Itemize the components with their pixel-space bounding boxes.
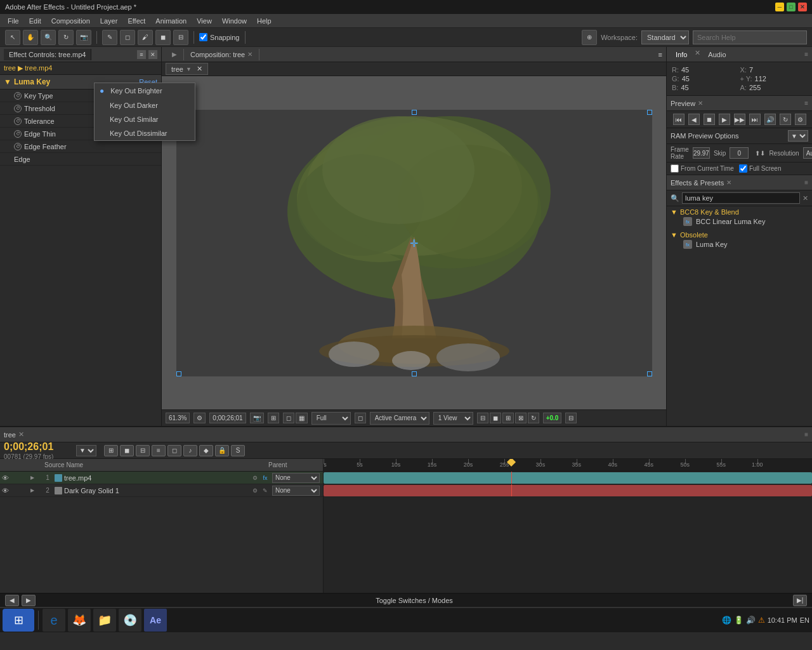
timeline-menu-btn[interactable]: ≡ [804,431,808,438]
layer-2-parent-select[interactable]: None [272,486,320,496]
prop-stopwatch-tolerance[interactable]: ⏱ [14,117,22,125]
preview-close[interactable]: ✕ [698,100,703,107]
view-icon4[interactable]: ⊠ [515,413,527,423]
preview-menu[interactable]: ≡ [804,100,808,107]
fullscreen-checkbox[interactable] [739,164,747,173]
view-mode-select[interactable]: Full Half Quarter [311,412,351,425]
ram-preview-select[interactable]: ▼ [788,130,808,142]
layer-1-lock[interactable] [20,472,30,484]
dropdown-item-dissimilar[interactable]: Key Out Dissimilar [95,126,195,140]
menu-window[interactable]: Window [217,16,252,26]
skip-input[interactable] [730,147,749,159]
handle-bottom-right[interactable] [647,371,652,376]
comp-name-tab[interactable]: tree ▼ ✕ [166,63,208,75]
tool-pen[interactable]: ✎ [102,30,117,45]
view-icon2[interactable]: ◼ [490,413,501,423]
layer-1-fx-icon[interactable]: fx [261,474,270,482]
layer-2-visibility[interactable]: 👁 [0,484,10,497]
tool-select[interactable]: ↖ [5,30,20,45]
view-icon1[interactable]: ⊟ [477,413,488,423]
draft-btn[interactable]: ◻ [167,445,181,456]
next-frame-button[interactable]: ▶▶ [734,114,745,125]
layer-2-switch-icon[interactable]: ⚙ [251,486,259,495]
tool-camera[interactable]: 📷 [76,30,91,45]
pre-comp-btn[interactable]: ◼ [120,445,134,456]
effects-search-input[interactable] [682,192,800,204]
comp-region-btn[interactable]: ▦ [296,413,308,423]
maximize-button[interactable]: □ [787,3,796,11]
tool-misc1[interactable]: ⊕ [582,30,597,45]
handle-top-right[interactable] [647,110,652,115]
menu-effect[interactable]: Effect [122,16,150,26]
transparency-btn[interactable]: ◻ [283,413,294,423]
layer-1-expand[interactable]: ▶ [30,475,41,481]
prop-stopwatch-edge-feather[interactable]: ⏱ [14,143,22,150]
search-help-input[interactable] [693,30,807,44]
taskbar-ae[interactable]: Ae [144,609,167,632]
tool-mask[interactable]: ◻ [120,30,135,45]
workspace-select[interactable]: Standard [641,30,689,44]
handle-bottom-left[interactable] [176,371,181,376]
taskbar-media[interactable]: 💿 [119,609,141,632]
menu-help[interactable]: Help [252,16,277,26]
tab-audio[interactable]: Audio [703,49,731,60]
play-button[interactable]: ▶ [719,114,730,125]
comp-menu-btn[interactable]: ≡ [658,51,662,58]
audio-button[interactable]: 🔊 [764,114,776,125]
prev-keyframe-btn[interactable]: ◀ [5,595,19,606]
loop-button[interactable]: ↻ [780,114,791,125]
comp-mask-btn[interactable]: ◻ [355,413,366,423]
last-frame-button[interactable]: ⏭ [749,114,761,125]
dropdown-item-brighter[interactable]: ● Key Out Brighter [95,83,195,98]
layer-1-visibility[interactable]: 👁 [0,472,10,484]
category-obsolete-header[interactable]: ▼ Obsolete [671,231,808,239]
tab-info[interactable]: Info [671,49,692,60]
draft-3d-btn[interactable]: ⊟ [565,413,577,423]
camera-select[interactable]: Active Camera [370,412,429,425]
close-button[interactable]: ✕ [798,3,807,11]
comp-tab-tree[interactable]: Composition: tree ✕ [184,49,259,60]
settings-button[interactable]: ⚙ [795,114,806,125]
effect-bcc-linear-luma-key[interactable]: fx BCC Linear Luma Key [671,216,808,227]
from-current-checkbox[interactable] [671,164,679,173]
menu-composition[interactable]: Composition [46,16,95,26]
grid-btn[interactable]: ⊞ [268,413,279,423]
color-label-btn[interactable]: ◆ [199,445,213,456]
handle-bottom-mid[interactable] [412,371,417,376]
taskbar-explorer[interactable]: 📁 [93,609,116,632]
panel-close-btn[interactable]: ✕ [148,50,157,59]
menu-layer[interactable]: Layer [95,16,123,26]
stop-button[interactable]: ⏹ [704,114,715,125]
dropdown-item-similar[interactable]: Key Out Similar [95,112,195,126]
layer-1-label[interactable]: tree.mp4 [64,474,248,482]
dropdown-item-darker[interactable]: Key Out Darker [95,98,195,112]
view-icon3[interactable]: ⊞ [502,413,514,423]
timeline-timecode[interactable]: 0;00;26;01 [4,441,67,453]
timeline-tab-close[interactable]: ✕ [18,430,24,439]
resolution-select[interactable]: Auto Full Half Quarter [803,147,812,159]
timecode-display[interactable]: 0;00;26;01 [209,413,246,423]
comp-tab-unnamed[interactable]: ▶ [166,49,184,60]
taskbar-ie[interactable]: e [43,609,65,632]
layer-2-label[interactable]: Dark Gray Solid 1 [64,487,248,494]
track-clip-1[interactable] [324,472,812,484]
audio-waveform-btn[interactable]: ♪ [183,445,197,456]
comp-settings-btn[interactable]: ⚙ [193,413,206,423]
layer-2-expand[interactable]: ▶ [30,488,41,493]
taskbar-firefox[interactable]: 🦊 [68,609,91,632]
handle-top-mid[interactable] [412,110,417,115]
menu-view[interactable]: View [192,16,217,26]
menu-animation[interactable]: Animation [150,16,192,26]
first-frame-button[interactable]: ⏮ [673,114,684,125]
menu-edit[interactable]: Edit [24,16,46,26]
effect-luma-key[interactable]: fx Luma Key [671,239,808,250]
tab-effect-controls[interactable]: Effect Controls: tree.mp4 [4,49,91,60]
effects-panel-close[interactable]: ✕ [726,179,731,186]
timeline-end-btn[interactable]: ▶| [793,595,807,606]
layer-2-pen-icon[interactable]: ✎ [261,486,270,495]
tool-hand[interactable]: ✋ [23,30,38,45]
comp-name-dropdown[interactable]: ▼ [186,66,192,72]
new-comp-btn[interactable]: ⊞ [104,445,118,456]
toggle-switches-btn[interactable]: Toggle Switches / Modes [41,597,788,604]
prev-frame-button[interactable]: ◀ [688,114,700,125]
